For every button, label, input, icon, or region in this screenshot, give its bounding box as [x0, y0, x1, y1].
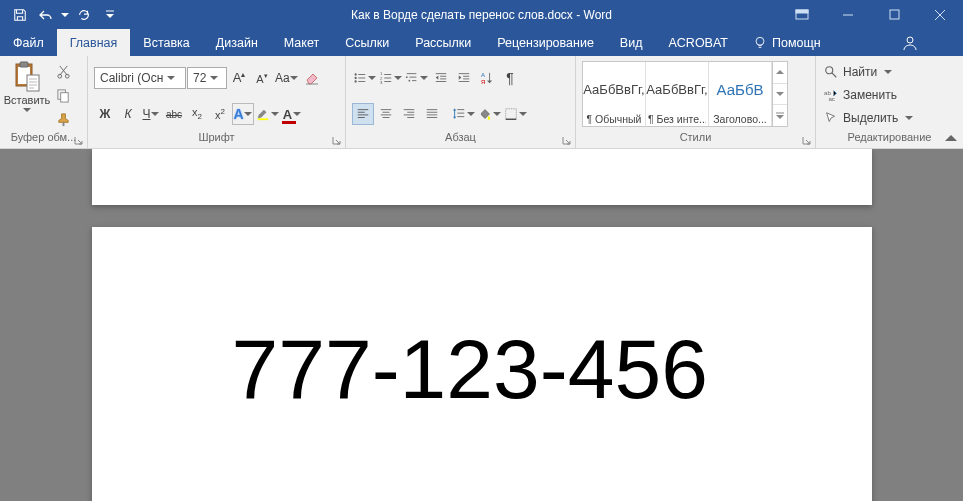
- font-family-select[interactable]: Calibri (Осн: [94, 67, 186, 89]
- svg-rect-25: [506, 109, 517, 120]
- tab-insert[interactable]: Вставка: [130, 29, 202, 56]
- style-heading1[interactable]: АаБбВ Заголово...: [709, 62, 772, 126]
- bullets-button[interactable]: [352, 67, 377, 89]
- show-marks-button[interactable]: ¶: [499, 67, 521, 89]
- increase-indent-button[interactable]: [453, 67, 475, 89]
- cursor-icon: [824, 111, 838, 125]
- shading-button[interactable]: [477, 103, 502, 125]
- account-button[interactable]: [887, 29, 933, 56]
- group-font-label: Шрифт: [92, 131, 341, 148]
- tab-mailings[interactable]: Рассылки: [402, 29, 484, 56]
- font-launcher[interactable]: [330, 134, 342, 146]
- font-color-button[interactable]: A: [281, 103, 303, 125]
- group-paragraph: 123 AЯ ¶ Абзац: [346, 56, 576, 148]
- style-normal[interactable]: АаБбВвГг, ¶ Обычный: [583, 62, 646, 126]
- collapse-ribbon-button[interactable]: [945, 134, 957, 144]
- sort-button[interactable]: AЯ: [476, 67, 498, 89]
- quick-access-toolbar: [0, 3, 122, 27]
- save-button[interactable]: [8, 3, 32, 27]
- tab-references[interactable]: Ссылки: [332, 29, 402, 56]
- copy-button[interactable]: [52, 84, 74, 106]
- bullets-icon: [353, 71, 367, 85]
- qat-customize[interactable]: [98, 3, 122, 27]
- format-painter-button[interactable]: [52, 108, 74, 130]
- svg-rect-14: [258, 118, 269, 120]
- undo-dropdown[interactable]: [60, 3, 70, 27]
- find-button[interactable]: Найти: [820, 61, 917, 83]
- svg-point-17: [354, 80, 356, 82]
- document-area[interactable]: 777-123-456: [0, 149, 963, 501]
- style-no-spacing[interactable]: АаБбВвГг, ¶ Без инте...: [646, 62, 709, 126]
- select-button[interactable]: Выделить: [820, 107, 917, 129]
- cut-button[interactable]: [52, 60, 74, 82]
- styles-scroll-down[interactable]: [773, 84, 787, 106]
- styles-launcher[interactable]: [800, 134, 812, 146]
- align-center-button[interactable]: [375, 103, 397, 125]
- tab-file[interactable]: Файл: [0, 29, 57, 56]
- tab-view[interactable]: Вид: [607, 29, 656, 56]
- svg-text:ac: ac: [828, 95, 834, 102]
- chevron-down-icon: [23, 106, 31, 114]
- line-spacing-button[interactable]: [451, 103, 476, 125]
- strikethrough-button[interactable]: abc: [163, 103, 185, 125]
- redo-button[interactable]: [72, 3, 96, 27]
- svg-rect-7: [20, 62, 28, 67]
- replace-button[interactable]: abac Заменить: [820, 84, 917, 106]
- styles-expand[interactable]: [773, 105, 787, 126]
- font-size-select[interactable]: 72: [187, 67, 227, 89]
- tab-review[interactable]: Рецензирование: [484, 29, 607, 56]
- maximize-button[interactable]: [871, 0, 917, 29]
- underline-button[interactable]: Ч: [140, 103, 162, 125]
- svg-rect-13: [62, 122, 64, 126]
- numbering-button[interactable]: 123: [378, 67, 403, 89]
- superscript-button[interactable]: x2: [209, 103, 231, 125]
- justify-button[interactable]: [421, 103, 443, 125]
- search-icon: [824, 65, 838, 79]
- italic-button[interactable]: К: [117, 103, 139, 125]
- text-effects-button[interactable]: A: [232, 103, 254, 125]
- font-size-value: 72: [193, 71, 206, 85]
- ribbon-display-button[interactable]: [779, 0, 825, 29]
- svg-point-15: [354, 73, 356, 75]
- tab-home[interactable]: Главная: [57, 29, 131, 56]
- clipboard-launcher[interactable]: [72, 134, 84, 146]
- minimize-button[interactable]: [825, 0, 871, 29]
- paste-button[interactable]: Вставить: [4, 59, 50, 131]
- increase-font-button[interactable]: A▴: [228, 67, 250, 89]
- change-case-button[interactable]: Aa: [274, 67, 300, 89]
- document-text[interactable]: 777-123-456: [232, 321, 872, 418]
- bold-button[interactable]: Ж: [94, 103, 116, 125]
- tab-design[interactable]: Дизайн: [203, 29, 271, 56]
- bucket-icon: [478, 107, 492, 121]
- paragraph-launcher[interactable]: [560, 134, 572, 146]
- copy-icon: [56, 88, 71, 103]
- share-button[interactable]: [933, 29, 963, 56]
- lightbulb-icon: [753, 36, 767, 50]
- page-previous[interactable]: [92, 149, 872, 205]
- scissors-icon: [56, 64, 71, 79]
- align-left-button[interactable]: [352, 103, 374, 125]
- tell-me[interactable]: Помощн: [741, 29, 833, 56]
- align-right-button[interactable]: [398, 103, 420, 125]
- page[interactable]: 777-123-456: [92, 227, 872, 501]
- tab-acrobat[interactable]: ACROBAT: [655, 29, 741, 56]
- clear-formatting-button[interactable]: [301, 67, 323, 89]
- close-button[interactable]: [917, 0, 963, 29]
- highlight-button[interactable]: [255, 103, 280, 125]
- subscript-button[interactable]: x2: [186, 103, 208, 125]
- group-paragraph-label: Абзац: [350, 131, 571, 148]
- eraser-icon: [304, 70, 320, 86]
- group-styles: АаБбВвГг, ¶ Обычный АаБбВвГг, ¶ Без инте…: [576, 56, 816, 148]
- svg-point-26: [826, 67, 833, 74]
- decrease-indent-button[interactable]: [430, 67, 452, 89]
- styles-scroll-up[interactable]: [773, 62, 787, 84]
- decrease-font-button[interactable]: A▾: [251, 67, 273, 89]
- group-editing: Найти abac Заменить Выделить Редактирова…: [816, 56, 963, 148]
- multilevel-icon: [405, 71, 419, 85]
- undo-button[interactable]: [34, 3, 58, 27]
- tab-layout[interactable]: Макет: [271, 29, 332, 56]
- multilevel-button[interactable]: [404, 67, 429, 89]
- borders-button[interactable]: [503, 103, 528, 125]
- svg-text:Я: Я: [481, 79, 485, 85]
- svg-text:3: 3: [380, 80, 383, 85]
